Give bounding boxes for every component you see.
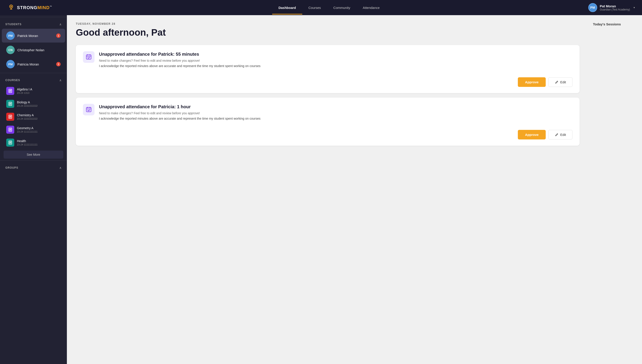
students-section-header[interactable]: STUDENTS ∧ bbox=[0, 19, 67, 28]
student-name: Patricia Moran bbox=[18, 62, 56, 66]
pencil-icon bbox=[555, 80, 558, 84]
card-title: Unapproved attendance for Patricia: 1 ho… bbox=[99, 104, 261, 110]
course-code: 23-24 1111111111 bbox=[17, 143, 38, 146]
svg-rect-35 bbox=[86, 107, 91, 112]
sessions-title: Today's Sessions bbox=[593, 22, 637, 26]
students-section-title: STUDENTS bbox=[5, 23, 22, 26]
course-info: Health 23-24 1111111111 bbox=[17, 139, 38, 146]
course-icon bbox=[6, 87, 14, 95]
edit-button-patrick[interactable]: Edit bbox=[548, 77, 572, 87]
groups-chevron-icon: ∧ bbox=[59, 166, 62, 170]
course-item-chemistry[interactable]: Chemistry A 23-24 2222222222 bbox=[2, 110, 65, 123]
greeting: Good afternoon, Pat bbox=[76, 27, 579, 38]
course-item-biology[interactable]: Biology A 23-24 2222222222 bbox=[2, 98, 65, 110]
student-item-patrick[interactable]: PM Patrick Moran 1 bbox=[2, 29, 65, 42]
course-icon bbox=[6, 113, 14, 121]
course-code: 23-24 1111111111 bbox=[17, 130, 38, 133]
card-actions: Approve Edit bbox=[83, 130, 572, 140]
course-icon bbox=[6, 126, 14, 134]
svg-rect-37 bbox=[87, 107, 88, 108]
pencil-icon bbox=[555, 133, 558, 136]
card-text: Unapproved attendance for Patrick: 55 mi… bbox=[99, 51, 261, 74]
courses-section-title: COURSES bbox=[5, 79, 20, 82]
card-title: Unapproved attendance for Patrick: 55 mi… bbox=[99, 51, 261, 57]
course-name: Biology A bbox=[17, 100, 38, 104]
course-name: Health bbox=[17, 139, 38, 143]
course-info: Biology A 23-24 2222222222 bbox=[17, 100, 38, 107]
course-info: Algebra I A 23-24 1313 bbox=[17, 88, 32, 94]
course-code: 23-24 1313 bbox=[17, 92, 32, 94]
divider bbox=[0, 17, 67, 17]
logo-icon bbox=[7, 4, 15, 12]
student-name: Christopher Nolan bbox=[18, 48, 61, 52]
course-info: Chemistry A 23-24 2222222222 bbox=[17, 114, 38, 120]
courses-chevron-icon: ∧ bbox=[59, 78, 62, 82]
avatar: PM bbox=[6, 60, 15, 68]
top-navigation: STRONGMIND™ Dashboard Courses Community … bbox=[0, 0, 642, 15]
svg-rect-30 bbox=[86, 55, 91, 59]
avatar: CN bbox=[6, 46, 15, 54]
course-item-health[interactable]: Health 23-24 1111111111 bbox=[2, 136, 65, 149]
nav-dashboard[interactable]: Dashboard bbox=[272, 1, 302, 14]
student-item-patricia[interactable]: PM Patricia Moran 1 bbox=[2, 57, 65, 71]
chevron-down-icon: ▾ bbox=[633, 6, 635, 9]
course-item-algebra[interactable]: Algebra I A 23-24 1313 bbox=[2, 85, 65, 97]
approve-button-patrick[interactable]: Approve bbox=[518, 77, 546, 87]
courses-section-header[interactable]: COURSES ∧ bbox=[0, 75, 67, 84]
groups-section-header[interactable]: GROUPS ∧ bbox=[0, 162, 67, 172]
nav-attendance[interactable]: Attendance bbox=[356, 1, 386, 14]
nav-courses[interactable]: Courses bbox=[302, 1, 327, 14]
course-name: Geometry A bbox=[17, 126, 38, 130]
edit-button-patricia[interactable]: Edit bbox=[548, 130, 572, 140]
course-code: 23-24 2222222222 bbox=[17, 104, 38, 107]
user-avatar: PM bbox=[588, 3, 597, 12]
user-role: Guardian (Test Academy) bbox=[600, 8, 630, 11]
notification-badge: 1 bbox=[56, 34, 61, 38]
right-panel: Today's Sessions bbox=[588, 15, 642, 364]
course-icon bbox=[6, 138, 14, 146]
date-label: TUESDAY, NOVEMBER 28 bbox=[76, 22, 579, 26]
course-code: 23-24 2222222222 bbox=[17, 118, 38, 120]
sidebar: STUDENTS ∧ PM Patrick Moran 1 CN Christo… bbox=[0, 15, 67, 364]
notification-badge: 1 bbox=[56, 62, 61, 66]
attendance-card-patrick: Unapproved attendance for Patrick: 55 mi… bbox=[76, 45, 579, 93]
course-item-geometry[interactable]: Geometry A 23-24 1111111111 bbox=[2, 124, 65, 136]
see-more-button[interactable]: See More bbox=[4, 150, 63, 158]
logo-text: STRONGMIND™ bbox=[17, 5, 52, 10]
card-header: Unapproved attendance for Patricia: 1 ho… bbox=[83, 104, 572, 126]
attendance-card-patricia: Unapproved attendance for Patricia: 1 ho… bbox=[76, 98, 579, 146]
user-menu[interactable]: PM Pat Moran Guardian (Test Academy) ▾ bbox=[588, 3, 635, 12]
logo[interactable]: STRONGMIND™ bbox=[7, 4, 52, 12]
divider bbox=[0, 73, 67, 73]
course-name: Chemistry A bbox=[17, 114, 38, 117]
svg-rect-38 bbox=[90, 107, 90, 108]
svg-rect-33 bbox=[90, 54, 90, 56]
card-subtitle: Need to make changes? Feel free to edit … bbox=[99, 112, 261, 115]
card-header: Unapproved attendance for Patrick: 55 mi… bbox=[83, 51, 572, 74]
student-name: Patrick Moran bbox=[18, 34, 56, 38]
nav-links: Dashboard Courses Community Attendance bbox=[70, 1, 588, 14]
approve-button-patricia[interactable]: Approve bbox=[518, 130, 546, 140]
attendance-icon bbox=[83, 104, 95, 116]
user-info: Pat Moran Guardian (Test Academy) bbox=[600, 4, 630, 11]
card-actions: Approve Edit bbox=[83, 77, 572, 87]
svg-point-4 bbox=[11, 6, 12, 7]
card-text: Unapproved attendance for Patricia: 1 ho… bbox=[99, 104, 261, 126]
main-layout: STUDENTS ∧ PM Patrick Moran 1 CN Christo… bbox=[0, 15, 642, 364]
groups-section-title: GROUPS bbox=[5, 166, 18, 169]
avatar: PM bbox=[6, 32, 15, 40]
attendance-icon bbox=[83, 51, 95, 63]
course-info: Geometry A 23-24 1111111111 bbox=[17, 126, 38, 133]
main-content: TUESDAY, NOVEMBER 28 Good afternoon, Pat bbox=[67, 15, 588, 364]
card-acknowledge: I acknowledge the reported minutes above… bbox=[99, 116, 261, 121]
card-subtitle: Need to make changes? Feel free to edit … bbox=[99, 59, 261, 62]
course-icon bbox=[6, 100, 14, 108]
user-name: Pat Moran bbox=[600, 4, 630, 8]
card-acknowledge: I acknowledge the reported minutes above… bbox=[99, 64, 261, 68]
svg-rect-32 bbox=[87, 54, 88, 56]
course-name: Algebra I A bbox=[17, 88, 32, 91]
student-item-christopher[interactable]: CN Christopher Nolan bbox=[2, 43, 65, 57]
students-chevron-icon: ∧ bbox=[59, 22, 62, 26]
nav-community[interactable]: Community bbox=[327, 1, 356, 14]
